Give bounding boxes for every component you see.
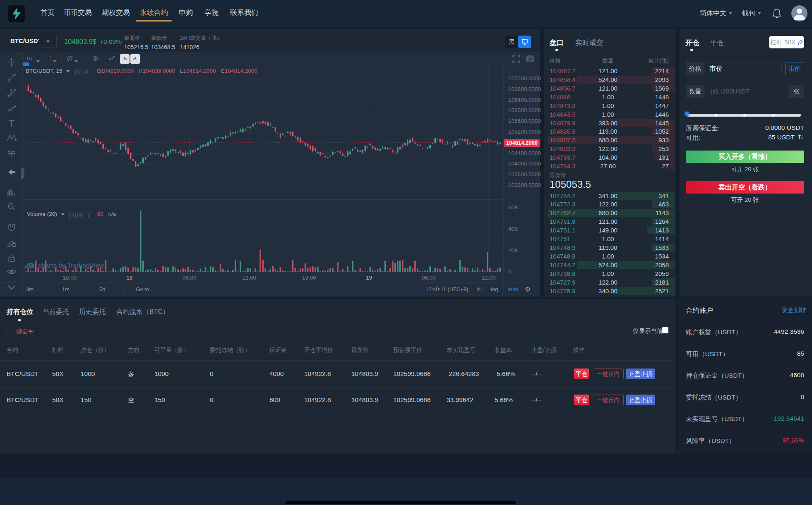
lang-select[interactable]: 简体中文 <box>700 0 732 27</box>
undo-button[interactable] <box>120 54 130 64</box>
ask-row[interactable]: 104843.51.001446 <box>544 110 675 119</box>
theme-light-button[interactable] <box>518 36 531 48</box>
positions-tab-0[interactable]: 持有仓位 <box>7 308 33 316</box>
ask-row[interactable]: 104856.7121.001569 <box>544 84 675 93</box>
sell-button[interactable]: 卖出开空（看跌） <box>686 181 804 194</box>
transfer-arrows-icon[interactable] <box>798 134 804 140</box>
goto-button[interactable]: Go to... <box>136 282 154 297</box>
bid-row[interactable]: 104751.1149.001413 <box>544 226 675 235</box>
reverse-button[interactable]: 一键反向 <box>593 369 624 379</box>
pair-select[interactable] <box>39 35 57 48</box>
bid-row[interactable]: 104738.81.002059 <box>544 269 675 278</box>
trend-line-icon[interactable] <box>0 73 23 82</box>
eye-icon[interactable] <box>0 268 23 275</box>
theme-dark-button[interactable]: 黑 <box>505 36 518 48</box>
volume-close-icon[interactable]: x <box>86 213 92 218</box>
nav-item-5[interactable]: 学院 <box>204 0 219 27</box>
tv-attribution[interactable]: charts by TradingView <box>24 262 104 269</box>
lock-drawing-icon[interactable] <box>0 238 23 247</box>
text-tool-icon[interactable] <box>0 119 23 128</box>
price-field[interactable]: 价格 市价 <box>686 62 782 75</box>
ask-row[interactable]: 104843.81.001447 <box>544 101 675 110</box>
sidebar-collapse-handle[interactable] <box>21 168 24 179</box>
legend-eye-icon[interactable]: o <box>75 69 82 75</box>
auto-toggle[interactable]: auto <box>508 282 518 297</box>
crosshair-icon[interactable] <box>0 57 23 67</box>
forecast-tool-icon[interactable] <box>0 149 23 158</box>
qty-field[interactable]: 数量 1张≈200USDT 张 <box>686 85 804 98</box>
only-current-checkbox[interactable] <box>662 327 668 333</box>
leverage-button[interactable]: 杠杆 50X <box>769 36 804 48</box>
ask-row[interactable]: 104807.5680.00933 <box>544 136 675 144</box>
ask-row[interactable]: 104829.9393.001445 <box>544 119 675 127</box>
redo-button[interactable] <box>130 54 140 64</box>
ask-row[interactable]: 104793.7104.00131 <box>544 153 675 162</box>
bid-row[interactable]: 104744.2524.002058 <box>544 261 675 269</box>
nav-item-0[interactable]: 首页 <box>41 0 55 27</box>
ask-row[interactable]: 104784.327.0027 <box>544 162 675 170</box>
bid-row[interactable]: 104762.7680.001143 <box>544 208 675 217</box>
bid-row[interactable]: 104748.81.001534 <box>544 252 675 261</box>
camera-icon[interactable] <box>526 55 535 62</box>
positions-tab-3[interactable]: 合约流水（BTC） <box>116 308 169 316</box>
bars-pattern-icon[interactable] <box>0 188 23 198</box>
ask-row[interactable]: 104803.9122.00253 <box>544 144 675 153</box>
close-all-button[interactable]: 一键全平 <box>7 326 37 337</box>
tab-open-position[interactable]: 开仓 <box>685 38 699 48</box>
nav-item-4[interactable]: 申购 <box>179 0 193 27</box>
avatar[interactable] <box>791 5 807 22</box>
bid-row[interactable]: 104748.9119.001533 <box>544 243 675 252</box>
legend-gear-icon[interactable]: ⚙ <box>84 69 90 75</box>
bid-row[interactable]: 104727.9122.002181 <box>544 278 675 287</box>
bid-row[interactable]: 104725.9340.002521 <box>544 287 675 295</box>
collapse-arrow-icon[interactable] <box>0 167 23 177</box>
nav-item-6[interactable]: 联系我们 <box>230 0 258 27</box>
lock-icon[interactable] <box>0 254 23 263</box>
market-price-button[interactable]: 市价 <box>785 62 804 75</box>
reverse-button[interactable]: 一键反向 <box>593 395 624 405</box>
tab-close-position[interactable]: 平仓 <box>710 38 724 48</box>
logo[interactable] <box>8 5 25 22</box>
magnet-icon[interactable] <box>0 223 23 232</box>
nav-item-3[interactable]: 永续合约 <box>140 0 168 27</box>
volume-eye-icon[interactable]: o <box>69 213 76 218</box>
percent-toggle[interactable]: % <box>477 282 482 297</box>
ask-row[interactable]: 104826.8119.001052 <box>544 127 675 136</box>
transfer-link[interactable]: 资金划转 <box>781 306 806 314</box>
log-toggle[interactable]: log <box>491 282 498 297</box>
range-5d[interactable]: 5d <box>99 282 105 297</box>
indicators-icon[interactable] <box>108 55 115 62</box>
bid-row[interactable]: 104772.3122.00463 <box>544 200 675 208</box>
volume-gear-icon[interactable]: ⚙ <box>77 213 84 218</box>
ask-row[interactable]: 104867.2121.002214 <box>544 67 675 75</box>
bid-row[interactable]: 104784.2341.00341 <box>544 191 675 200</box>
close-position-button[interactable]: 平仓 <box>574 369 589 379</box>
zoom-in-icon[interactable] <box>0 202 23 211</box>
axis-gear-icon[interactable]: ⚙ <box>525 282 531 297</box>
fullscreen-icon[interactable] <box>512 55 521 63</box>
pitchfork-icon[interactable] <box>0 88 23 97</box>
tab-trades[interactable]: 实时成交 <box>575 38 603 48</box>
ask-row[interactable]: 104858.4524.002093 <box>544 75 675 84</box>
close-position-button[interactable]: 平仓 <box>574 395 589 405</box>
bell-icon[interactable] <box>772 8 781 19</box>
settings-gear-icon[interactable]: ⚙ <box>93 52 98 65</box>
tp-sl-button[interactable]: 止盈止损 <box>626 395 655 405</box>
bid-row[interactable]: 1047511.001414 <box>544 235 675 243</box>
ask-row[interactable]: 1048461.001448 <box>544 93 675 101</box>
slider-knob[interactable] <box>685 112 689 116</box>
wallet-menu[interactable]: 钱包 <box>742 0 761 27</box>
buy-button[interactable]: 买入开多（看涨） <box>686 151 804 163</box>
brush-icon[interactable] <box>0 104 23 113</box>
xabcd-pattern-icon[interactable] <box>0 134 23 143</box>
nav-item-2[interactable]: 期权交易 <box>102 0 130 27</box>
positions-tab-1[interactable]: 当前委托 <box>43 308 69 316</box>
range-3m[interactable]: 3m <box>26 282 34 297</box>
tp-sl-button[interactable]: 止盈止损 <box>626 369 655 379</box>
tab-orderbook[interactable]: 盘口 <box>550 38 564 48</box>
positions-tab-2[interactable]: 历史委托 <box>79 308 106 316</box>
candle-style-icon[interactable] <box>66 55 73 62</box>
bid-row[interactable]: 104761.8121.001264 <box>544 217 675 226</box>
range-1m[interactable]: 1m <box>62 282 70 297</box>
nav-item-1[interactable]: 币币交易 <box>64 0 92 27</box>
